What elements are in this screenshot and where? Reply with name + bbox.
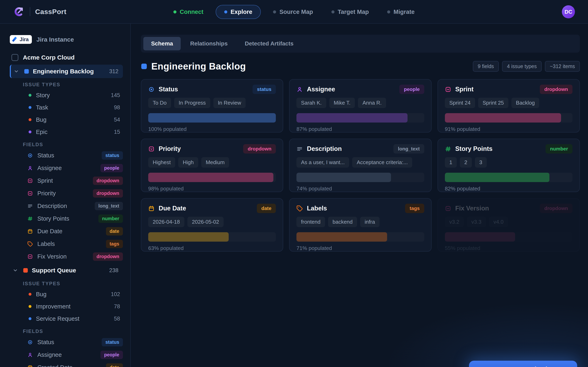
sidebar-field-row[interactable]: Due Datedate: [10, 225, 123, 238]
sidebar-issue-type-row[interactable]: Bug102: [10, 288, 123, 300]
title-row: Engineering Backlog 9 fields4 issue type…: [141, 61, 580, 72]
sample-value-chip: backend: [328, 217, 357, 227]
field-card-title: Due Date: [159, 205, 186, 212]
sidebar-issue-type-row[interactable]: Task98: [10, 101, 123, 114]
date-icon: [27, 229, 33, 234]
sample-value-chip: Anna R.: [358, 98, 386, 108]
status-icon: [148, 86, 155, 92]
field-name: Story Points: [37, 215, 69, 222]
field-type-badge: dropdown: [540, 204, 572, 213]
nav-step-dot-icon: [173, 10, 176, 13]
sidebar-field-row[interactable]: Fix Versiondropdown: [10, 250, 123, 263]
dropdown-icon: [445, 86, 451, 92]
next-step-button[interactable]: Next: Map to Central Schema →: [469, 361, 577, 367]
sample-value-chip: As a user, I want...: [296, 157, 349, 167]
field-card: Labelstagsfrontendbackendinfra71% popula…: [289, 198, 432, 252]
nav-item-explore[interactable]: Explore: [216, 5, 261, 19]
populated-label: 100% populated: [148, 126, 276, 132]
dropdown-icon: [27, 254, 33, 259]
field-type-badge: status: [102, 338, 123, 346]
field-name: Status: [37, 152, 54, 159]
sample-value-chip: v4.0: [489, 217, 508, 227]
populated-label: 98% populated: [148, 185, 276, 192]
nav-item-label: Source Map: [279, 8, 313, 15]
field-card: PrioritydropdownHighestHighMedium98% pop…: [141, 139, 283, 192]
long_text-icon: [27, 203, 33, 209]
sidebar-field-row[interactable]: Story Pointsnumber: [10, 212, 123, 225]
tab-relationships[interactable]: Relationships: [182, 37, 235, 50]
sidebar-tree: Engineering Backlog312ISSUE TYPESStory14…: [10, 65, 123, 367]
field-card-title: Description: [307, 145, 342, 152]
project-count: 312: [109, 68, 118, 75]
tab-schema[interactable]: Schema: [143, 37, 181, 50]
nav-item-connect[interactable]: Connect: [167, 5, 209, 19]
nav-item-source-map[interactable]: Source Map: [267, 5, 319, 19]
sidebar-project-row[interactable]: Support Queue238: [10, 264, 123, 277]
populated-label: 71% populated: [296, 245, 424, 251]
field-type-badge: date: [106, 363, 123, 367]
field-type-badge: date: [257, 204, 276, 213]
sidebar-field-row[interactable]: Assigneepeople: [10, 349, 123, 361]
sidebar-issue-type-row[interactable]: Epic15: [10, 126, 123, 138]
sidebar-field-row[interactable]: Assigneepeople: [10, 162, 123, 174]
chevron-down-icon[interactable]: [13, 268, 18, 273]
main-content: SchemaRelationshipsDetected Artifacts En…: [131, 24, 588, 367]
avatar[interactable]: DC: [562, 5, 575, 18]
sidebar-issue-type-row[interactable]: Service Request58: [10, 313, 123, 325]
sidebar-issue-type-row[interactable]: Bug54: [10, 114, 123, 126]
field-card-header: Assigneepeople: [296, 85, 424, 93]
populated-label: 91% populated: [445, 126, 572, 132]
sidebar-issue-type-row[interactable]: Story145: [10, 89, 123, 101]
sample-value-chip: High: [178, 157, 198, 167]
populated-progress-fill: [148, 173, 273, 182]
sidebar: Jira Jira Instance Acme Corp Cloud Engin…: [0, 24, 131, 367]
sample-values: frontendbackendinfra: [296, 217, 424, 227]
sidebar-project-row[interactable]: Engineering Backlog312: [10, 65, 123, 78]
nav-step-dot-icon: [224, 10, 227, 13]
field-card-title: Priority: [159, 145, 181, 152]
field-type-badge: people: [100, 351, 123, 359]
top-nav: ConnectExploreSource MapTarget MapMigrat…: [167, 0, 421, 24]
sidebar-field-row[interactable]: Labelstags: [10, 238, 123, 250]
sidebar-field-row[interactable]: Statusstatus: [10, 336, 123, 349]
workspace-checkbox-icon[interactable]: [11, 54, 18, 61]
field-card: Descriptionlong_textAs a user, I want...…: [289, 139, 432, 192]
nav-item-label: Connect: [180, 8, 203, 15]
field-name: Fix Version: [37, 253, 67, 260]
field-card: AssigneepeopleSarah K.Mike T.Anna R.87% …: [289, 79, 432, 133]
tab-detected-artifacts[interactable]: Detected Artifacts: [237, 37, 301, 50]
populated-progress-track: [445, 173, 572, 182]
nav-item-label: Target Map: [338, 8, 369, 15]
workspace-row[interactable]: Acme Corp Cloud: [11, 54, 123, 61]
field-type-badge: number: [545, 144, 572, 154]
field-type-badge: long_text: [95, 202, 123, 210]
tags-icon: [27, 241, 33, 247]
cassport-logo-icon: [13, 6, 25, 17]
sample-value-chip: Sprint 24: [445, 98, 475, 108]
sidebar-field-row[interactable]: Created Datedate: [10, 361, 123, 367]
field-type-badge: long_text: [393, 144, 424, 154]
field-name: Labels: [37, 241, 55, 247]
issue-type-count: 58: [114, 316, 120, 322]
date-icon: [148, 205, 155, 212]
sample-values: As a user, I want...Acceptance criteria:…: [296, 157, 424, 167]
sidebar-field-row[interactable]: Descriptionlong_text: [10, 200, 123, 212]
sidebar-field-row[interactable]: Statusstatus: [10, 149, 123, 162]
populated-progress-track: [445, 113, 572, 123]
sidebar-issue-type-row[interactable]: Improvement78: [10, 300, 123, 313]
issue-type-count: 78: [114, 303, 120, 310]
page-title: Engineering Backlog: [151, 61, 246, 72]
chevron-down-icon[interactable]: [14, 69, 19, 74]
field-card: StatusstatusTo DoIn ProgressIn Review100…: [141, 79, 283, 133]
sidebar-field-row[interactable]: Prioritydropdown: [10, 187, 123, 200]
nav-item-migrate[interactable]: Migrate: [381, 5, 421, 19]
nav-item-target-map[interactable]: Target Map: [325, 5, 375, 19]
sidebar-field-row[interactable]: Sprintdropdown: [10, 174, 123, 187]
populated-progress-track: [148, 173, 276, 182]
brand: CassPort: [13, 6, 66, 17]
nav-item-label: Explore: [231, 8, 252, 15]
sample-value-chip: 1: [445, 157, 457, 167]
field-type-badge: tags: [106, 240, 123, 248]
source-label: Jira Instance: [36, 36, 74, 43]
field-card-header: Labelstags: [296, 204, 424, 212]
